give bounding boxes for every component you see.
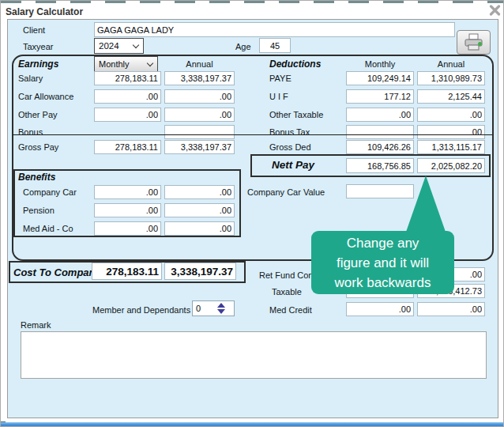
close-icon xyxy=(489,5,501,16)
paye-annual-input[interactable] xyxy=(417,71,485,85)
company-car-value-label: Company Car Value xyxy=(247,187,325,197)
company-car-annual-input[interactable] xyxy=(164,185,235,199)
salary-monthly-input[interactable] xyxy=(94,71,161,85)
member-dependants-label: Member and Dependants xyxy=(92,305,190,315)
callout-line: Change any xyxy=(311,233,454,253)
callout-arrow xyxy=(405,176,446,234)
window-top-edge xyxy=(1,1,503,3)
salary-calculator-window: Salary Calculator Client Taxyear 2024 Ag… xyxy=(0,0,504,427)
uif-label: U I F xyxy=(269,92,288,101)
car-allowance-monthly-input[interactable] xyxy=(94,89,161,104)
pension-annual-input[interactable] xyxy=(164,203,235,217)
gross-separator-line xyxy=(13,134,492,135)
spinner-arrows[interactable] xyxy=(217,303,225,314)
age-label: Age xyxy=(235,42,251,51)
bonus-tax-label: Bonus Tax xyxy=(269,127,310,137)
window-title: Salary Calculator xyxy=(6,6,83,17)
chevron-down-icon xyxy=(133,42,139,48)
chevron-down-icon xyxy=(147,60,153,66)
callout-tooltip: Change any figure and it will work backw… xyxy=(311,231,454,294)
bonus-annual-input[interactable] xyxy=(164,125,235,139)
period-select[interactable]: Monthly xyxy=(94,56,158,72)
company-car-monthly-input[interactable] xyxy=(94,185,161,199)
print-button[interactable] xyxy=(457,30,491,55)
remark-label: Remark xyxy=(21,320,51,330)
car-allowance-label: Car Allowance xyxy=(18,92,73,101)
nett-pay-monthly-input[interactable] xyxy=(346,158,414,173)
cost-to-company-annual-input[interactable] xyxy=(164,263,236,280)
member-dependants-value: 0 xyxy=(196,304,201,313)
company-car-value-input[interactable] xyxy=(346,184,414,198)
client-input[interactable] xyxy=(94,22,455,37)
salary-label: Salary xyxy=(18,74,43,83)
gross-pay-annual-input[interactable] xyxy=(164,140,235,154)
member-dependants-spinner[interactable]: 0 xyxy=(192,300,235,316)
gross-pay-label: Gross Pay xyxy=(18,142,58,152)
spinner-down-icon[interactable] xyxy=(217,309,225,314)
close-button[interactable] xyxy=(489,5,502,17)
gross-pay-monthly-input[interactable] xyxy=(94,140,161,154)
med-aid-co-label: Med Aid - Co xyxy=(23,224,73,233)
spinner-up-icon[interactable] xyxy=(217,303,225,308)
bonus-label: Bonus xyxy=(18,127,43,137)
deductions-monthly-header: Monthly xyxy=(346,59,414,69)
nett-pay-annual-input[interactable] xyxy=(417,158,485,173)
nett-pay-label: Nett Pay xyxy=(272,159,314,171)
callout-line: figure and it will xyxy=(311,253,454,273)
company-car-label: Company Car xyxy=(23,187,77,197)
bonus-tax-annual-input[interactable] xyxy=(417,125,485,139)
med-credit-label: Med Credit xyxy=(269,305,312,315)
uif-annual-input[interactable] xyxy=(417,89,485,104)
med-aid-co-monthly-input[interactable] xyxy=(94,221,161,236)
taxyear-value: 2024 xyxy=(99,41,119,51)
other-pay-monthly-input[interactable] xyxy=(94,108,161,122)
other-taxable-monthly-input[interactable] xyxy=(346,108,414,122)
uif-monthly-input[interactable] xyxy=(346,89,414,104)
taxable-label: Taxable xyxy=(272,287,302,297)
pension-label: Pension xyxy=(23,206,55,215)
window-bottom-edge xyxy=(1,422,504,426)
bonus-tax-monthly-input[interactable] xyxy=(346,125,414,139)
car-allowance-annual-input[interactable] xyxy=(164,89,235,104)
earnings-title: Earnings xyxy=(18,59,58,70)
printer-icon xyxy=(463,33,484,51)
gross-ded-annual-input[interactable] xyxy=(417,140,485,154)
med-credit-monthly-input[interactable] xyxy=(346,302,414,316)
client-label: Client xyxy=(23,25,45,35)
salary-annual-input[interactable] xyxy=(164,71,235,85)
callout-line: work backwards xyxy=(311,273,454,293)
cost-to-company-monthly-input[interactable] xyxy=(92,263,162,280)
other-taxable-annual-input[interactable] xyxy=(417,108,485,122)
age-input[interactable] xyxy=(259,38,291,53)
deductions-annual-header: Annual xyxy=(417,59,485,69)
gross-ded-label: Gross Ded xyxy=(269,142,311,152)
other-pay-annual-input[interactable] xyxy=(164,108,235,122)
deductions-title: Deductions xyxy=(269,59,321,70)
earnings-annual-header: Annual xyxy=(164,59,235,69)
benefits-title: Benefits xyxy=(18,172,55,183)
remark-textarea[interactable] xyxy=(21,331,487,379)
med-aid-co-annual-input[interactable] xyxy=(164,221,235,236)
other-pay-label: Other Pay xyxy=(18,110,58,119)
period-value: Monthly xyxy=(99,59,130,69)
other-taxable-label: Other Taxable xyxy=(269,110,323,119)
gross-ded-monthly-input[interactable] xyxy=(346,140,414,154)
paye-label: PAYE xyxy=(269,74,291,83)
ret-fund-label: Ret Fund Cont xyxy=(259,270,316,280)
paye-monthly-input[interactable] xyxy=(346,71,414,85)
med-credit-annual-input[interactable] xyxy=(417,302,485,316)
taxyear-select[interactable]: 2024 xyxy=(94,38,144,54)
pension-monthly-input[interactable] xyxy=(94,203,161,217)
cost-to-company-label: Cost To Company xyxy=(13,266,101,278)
taxyear-label: Taxyear xyxy=(23,42,54,51)
